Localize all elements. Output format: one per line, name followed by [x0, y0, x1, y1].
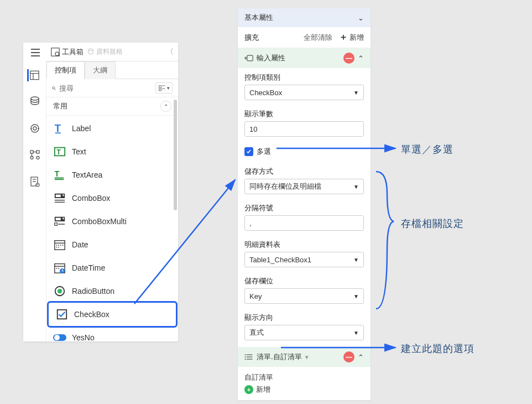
save-field-value: Key [249, 292, 262, 301]
direction-select[interactable]: 直式 ▼ [244, 325, 364, 340]
control-item-comboboxmulti[interactable]: ComboBoxMulti [46, 210, 178, 233]
save-field-label: 儲存欄位 [244, 276, 364, 286]
multi-select-label: 多選 [257, 147, 271, 157]
search-input[interactable] [59, 84, 152, 92]
svg-line-59 [62, 271, 64, 272]
toolbox-area: 工具箱 資料規格 〈 控制項 大綱 ▾ 常用 ⌃ [46, 43, 178, 341]
custom-list-block: 自訂清單 + 新增 [238, 367, 371, 400]
toolbox-title: 工具箱 [51, 47, 84, 57]
svg-point-19 [55, 52, 59, 55]
control-item-date[interactable]: Date [46, 233, 178, 256]
view-toggle[interactable]: ▾ [155, 82, 173, 94]
toolbox-title-text: 工具箱 [62, 47, 84, 57]
save-mode-select[interactable]: 同時存在欄位及明細檔 ▼ [244, 179, 364, 194]
svg-text:T: T [57, 148, 61, 156]
add-list-item-button[interactable]: + 新增 [244, 385, 364, 395]
svg-point-56 [58, 268, 59, 269]
svg-point-21 [88, 49, 93, 51]
group-common[interactable]: 常用 ⌃ [46, 97, 178, 116]
svg-point-10 [30, 157, 33, 159]
remove-button[interactable]: — [343, 351, 354, 362]
svg-point-11 [36, 157, 39, 159]
target-icon[interactable] [29, 122, 41, 134]
control-item-checkbox-text: CheckBox [74, 310, 109, 319]
detail-table-value: Table1_CheckBox1 [249, 256, 311, 264]
separator-value: , [249, 219, 252, 227]
control-item-checkbox[interactable]: CheckBox [49, 303, 176, 326]
control-item-label-text: Label [72, 124, 91, 133]
count-input[interactable]: 10 [244, 121, 364, 137]
svg-rect-9 [36, 151, 39, 153]
properties-panel: 基本屬性 ⌄ 擴充 全部清除 ＋ 新增 輸入屬性 — ⌃ 控制項類別 Check… [238, 8, 371, 400]
layout-icon[interactable] [27, 69, 39, 81]
control-item-textarea-text: TextArea [72, 170, 102, 179]
database-icon[interactable] [29, 96, 41, 108]
save-mode-value: 同時存在欄位及明細檔 [249, 182, 321, 191]
detail-table-select[interactable]: Table1_CheckBox1 ▼ [244, 252, 364, 267]
control-item-combobox-text: ComboBox [72, 194, 110, 203]
control-item-yesno-text: YesNo [72, 333, 95, 342]
dropdown-icon: ▼ [353, 257, 359, 263]
control-item-radiobutton[interactable]: RadioButton [46, 279, 178, 303]
basic-props-title: 基本屬性 [244, 13, 273, 23]
control-type-select[interactable]: CheckBox ▼ [244, 85, 364, 100]
tab-outline[interactable]: 大綱 [85, 61, 116, 79]
data-spec-button[interactable]: 資料規格 [87, 47, 123, 56]
control-item-textarea[interactable]: T TextArea [46, 163, 178, 187]
control-item-radiobutton-text: RadioButton [72, 287, 114, 296]
add-new-button[interactable]: ＋ 新增 [339, 32, 364, 43]
svg-point-64 [54, 335, 60, 340]
control-type-label: 控制項類別 [244, 72, 364, 82]
svg-point-50 [62, 245, 64, 246]
datetime-icon [53, 261, 66, 274]
control-list-scroll: 常用 ⌃ T Label T Text T TextArea Com [46, 97, 178, 363]
hamburger-icon[interactable] [28, 45, 43, 60]
add-list-item-label: 新增 [256, 385, 270, 395]
collapse-caret-icon[interactable]: 〈 [166, 47, 174, 57]
annotation-create-options: 建立此題的選項 [401, 342, 474, 355]
chevron-up-icon: ⌃ [160, 101, 171, 112]
plus-circle-icon: + [244, 385, 253, 394]
toolbox-icon [51, 48, 60, 56]
scrollbar[interactable] [174, 100, 177, 210]
remove-button[interactable]: — [343, 53, 354, 64]
control-item-datetime[interactable]: DateTime [46, 256, 178, 279]
grid-view-icon [158, 84, 166, 92]
svg-rect-24 [159, 86, 161, 88]
basic-props-header[interactable]: 基本屬性 ⌄ [238, 8, 371, 27]
clear-all-button[interactable]: 全部清除 [304, 33, 332, 43]
toggle-icon [53, 331, 66, 344]
svg-rect-65 [247, 55, 253, 61]
svg-line-23 [55, 89, 56, 90]
svg-point-70 [245, 356, 246, 358]
svg-point-17 [36, 183, 39, 187]
direction-value: 直式 [249, 328, 264, 338]
svg-text:T: T [55, 170, 60, 178]
count-label: 顯示筆數 [244, 109, 364, 119]
save-field-select[interactable]: Key ▼ [244, 288, 364, 304]
separator-input[interactable]: , [244, 215, 364, 231]
detail-table-field: 明細資料表 Table1_CheckBox1 ▼ [238, 235, 371, 272]
flow-icon[interactable] [29, 149, 41, 161]
svg-point-5 [33, 127, 36, 130]
list-props-header[interactable]: 清單.自訂清單 ▼ — ⌃ [238, 347, 371, 367]
date-icon [53, 238, 66, 251]
control-item-yesno[interactable]: YesNo [46, 326, 178, 349]
cylinder-icon [87, 48, 95, 56]
control-item-label[interactable]: T Label [46, 117, 178, 140]
control-type-field: 控制項類別 CheckBox ▼ [238, 68, 371, 105]
control-item-combobox[interactable]: ComboBox [46, 187, 178, 210]
save-mode-field: 儲存方式 同時存在欄位及明細檔 ▼ [238, 162, 371, 199]
left-sidebar [23, 61, 46, 341]
control-item-text[interactable]: T Text [46, 140, 178, 163]
list-props-title: 清單.自訂清單 [257, 352, 302, 362]
annotation-save-related: 存檔相關設定 [401, 217, 464, 230]
multi-select-row[interactable]: 多選 [238, 141, 371, 162]
dropdown-icon: ▼ [353, 330, 359, 336]
group-common-label: 常用 [53, 101, 67, 111]
input-props-header[interactable]: 輸入屬性 — ⌃ [238, 48, 371, 68]
search-icon [52, 84, 56, 92]
radio-icon [53, 284, 66, 298]
tab-controls[interactable]: 控制項 [46, 61, 85, 79]
report-icon[interactable] [29, 175, 41, 188]
